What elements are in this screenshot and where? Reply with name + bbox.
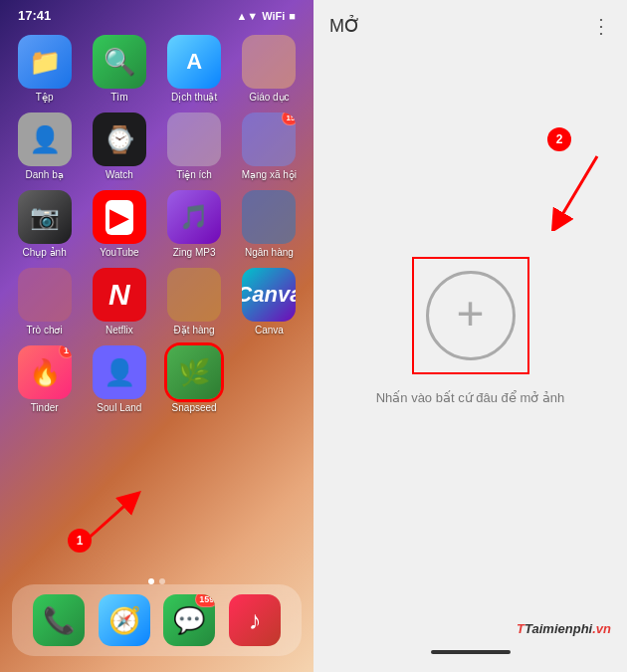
svg-line-1 [557,156,597,223]
watermark-text: TTaimienphi.vn [517,621,611,636]
youtube-icon: ▶ [105,200,133,235]
app-icon-snapseed: 🌿 [167,345,221,399]
right-menu-icon[interactable]: ⋮ [591,14,611,38]
app-label-games: Trò chơi [27,325,63,336]
messages-badge: 159 [195,594,215,607]
app-icon-edu [242,35,296,89]
bottom-bar [431,650,511,654]
app-label-find: Tìm [110,92,127,103]
music-icon: ♪ [249,605,262,636]
app-label-files: Tệp [36,92,54,103]
app-icon-canva: Canva [242,268,296,322]
app-item-utilities[interactable]: Tiện ích [162,112,227,180]
app-item-netflix[interactable]: N Netflix [87,268,151,336]
app-item-zing[interactable]: 🎵 Zing MP3 [162,190,227,258]
right-content: 2 + Nhấn vào bất cứ đâu để mở ảnh [314,48,627,613]
annotation-circle-2: 2 [547,127,571,151]
phone-panel: 17:41 ▲▼ WiFi ■ 📁 Tệp 🔍 Tìm A Dịch thuật [0,0,314,672]
app-icon-watch: ⌚ [93,112,146,166]
contacts-icon: 👤 [29,124,61,155]
app-icon-find: 🔍 [93,35,146,89]
dock-item-safari[interactable]: 🧭 [99,594,150,646]
arrow-2-svg [547,151,607,231]
app-item-social[interactable]: 15 Mạng xã hội [237,112,302,180]
add-button-area[interactable]: + [412,257,529,374]
app-icon-contacts: 👤 [18,112,72,166]
app-icon-camera: 📷 [18,190,72,244]
phone-icon: 📞 [43,605,75,636]
app-label-order: Đặt hàng [174,325,215,336]
app-icon-social: 15 [242,112,296,166]
dock-icon-messages: 💬 159 [163,594,215,646]
app-item-youtube[interactable]: ▶ YouTube [87,190,151,258]
find-icon: 🔍 [104,47,135,78]
app-item-camera[interactable]: 📷 Chụp ảnh [12,190,77,258]
netflix-icon: N [108,278,130,312]
app-item-soul[interactable]: 👤 Soul Land [87,345,151,413]
svg-line-0 [85,499,132,542]
app-label-tinder: Tinder [31,402,59,413]
app-label-netflix: Netflix [105,325,133,336]
annotation-2-container: 2 [547,127,607,235]
dock-icon-safari: 🧭 [99,594,150,646]
app-item-order[interactable]: Đặt hàng [162,268,227,336]
safari-icon: 🧭 [108,605,140,636]
app-label-social: Mạng xã hội [242,169,297,180]
app-icon-files: 📁 [18,35,72,89]
files-icon: 📁 [29,47,61,78]
translate-icon: A [186,49,202,75]
app-label-zing: Zing MP3 [173,247,216,258]
status-icons: ▲▼ WiFi ■ [236,10,296,22]
tinder-icon: 🔥 [29,357,61,388]
app-icon-soul: 👤 [93,345,146,399]
app-item-contacts[interactable]: 👤 Danh bạ [12,112,77,180]
app-label-camera: Chụp ảnh [23,247,67,258]
status-time: 17:41 [18,8,51,23]
soul-icon: 👤 [104,357,135,388]
snapseed-icon: 🌿 [178,357,210,388]
status-bar: 17:41 ▲▼ WiFi ■ [0,0,314,27]
app-icon-tinder: 🔥 1 [18,345,72,399]
app-grid: 📁 Tệp 🔍 Tìm A Dịch thuật Giáo dục [0,27,314,421]
app-item-watch[interactable]: ⌚ Watch [87,112,151,180]
plus-icon: + [456,290,484,337]
app-item-translate[interactable]: A Dịch thuật [162,35,227,103]
zing-icon: 🎵 [179,203,209,231]
right-header: MỞ ⋮ [314,0,627,48]
app-label-soul: Soul Land [97,402,141,413]
app-label-canva: Canva [255,325,284,336]
watermark: TTaimienphi.vn [501,613,627,650]
add-circle: + [426,271,516,360]
app-item-edu[interactable]: Giáo dục [237,35,302,103]
app-label-translate: Dịch thuật [171,92,217,103]
app-icon-order [167,268,221,322]
app-item-files[interactable]: 📁 Tệp [12,35,77,103]
app-icon-netflix: N [93,268,146,322]
app-item-find[interactable]: 🔍 Tìm [87,35,151,103]
dock-item-messages[interactable]: 💬 159 [163,594,215,646]
messages-icon: 💬 [173,605,205,636]
dock-item-phone[interactable]: 📞 [33,594,85,646]
app-item-snapseed[interactable]: 🌿 Snapseed [162,345,227,413]
dock: 📞 🧭 💬 159 ♪ [12,584,302,656]
battery-icon: ■ [289,10,296,22]
app-label-utilities: Tiện ích [176,169,212,180]
app-item-bank[interactable]: Ngân hàng [237,190,302,258]
app-icon-bank [242,190,296,244]
wifi-icon: WiFi [262,10,285,22]
app-item-games[interactable]: Trò chơi [12,268,77,336]
app-icon-translate: A [167,35,221,89]
app-label-snapseed: Snapseed [172,402,217,413]
app-icon-zing: 🎵 [167,190,221,244]
right-title: MỞ [329,15,360,37]
app-item-tinder[interactable]: 🔥 1 Tinder [12,345,77,413]
signal-icon: ▲▼ [236,10,258,22]
app-icon-utilities [167,112,221,166]
dock-icon-phone: 📞 [33,594,85,646]
arrow-1 [55,487,154,547]
app-label-edu: Giáo dục [249,92,289,103]
camera-icon: 📷 [30,203,60,231]
app-item-canva[interactable]: Canva Canva [237,268,302,336]
app-icon-youtube: ▶ [93,190,146,244]
dock-item-music[interactable]: ♪ [229,594,281,646]
